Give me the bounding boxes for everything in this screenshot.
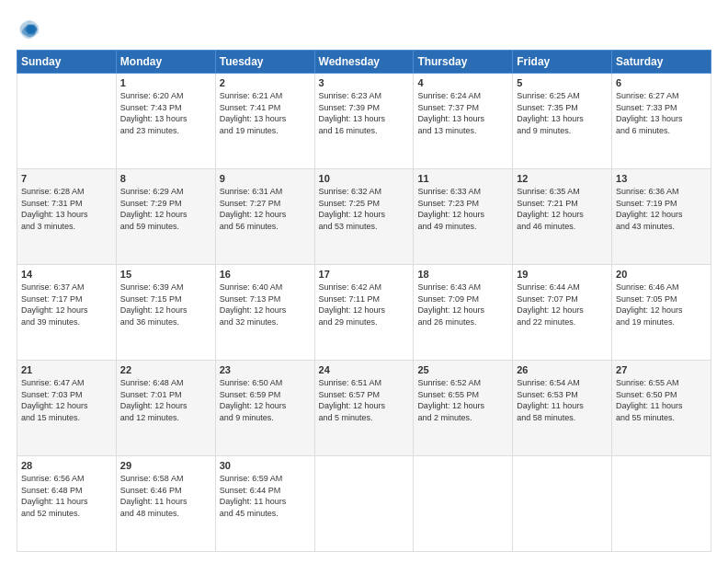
day-info: Sunrise: 6:50 AM Sunset: 6:59 PM Dayligh…: [220, 377, 311, 423]
day-number: 10: [319, 173, 410, 184]
day-info: Sunrise: 6:20 AM Sunset: 7:43 PM Dayligh…: [120, 90, 211, 136]
day-number: 3: [319, 77, 410, 88]
calendar-cell: 30Sunrise: 6:59 AM Sunset: 6:44 PM Dayli…: [215, 456, 314, 552]
calendar-cell: 4Sunrise: 6:24 AM Sunset: 7:37 PM Daylig…: [414, 74, 513, 169]
day-info: Sunrise: 6:31 AM Sunset: 7:27 PM Dayligh…: [220, 186, 311, 232]
page: SundayMondayTuesdayWednesdayThursdayFrid…: [0, 0, 728, 563]
header: [17, 17, 711, 42]
calendar-cell: 9Sunrise: 6:31 AM Sunset: 7:27 PM Daylig…: [215, 169, 314, 265]
day-number: 17: [319, 269, 410, 280]
day-number: 19: [517, 269, 608, 280]
day-info: Sunrise: 6:36 AM Sunset: 7:19 PM Dayligh…: [616, 186, 707, 232]
calendar-cell: 18Sunrise: 6:43 AM Sunset: 7:09 PM Dayli…: [414, 265, 513, 361]
day-number: 28: [21, 460, 112, 471]
day-number: 2: [220, 77, 311, 88]
calendar-cell: 7Sunrise: 6:28 AM Sunset: 7:31 PM Daylig…: [17, 169, 117, 265]
calendar-cell: 27Sunrise: 6:55 AM Sunset: 6:50 PM Dayli…: [612, 361, 711, 456]
calendar-header-row: SundayMondayTuesdayWednesdayThursdayFrid…: [17, 51, 711, 74]
day-number: 22: [120, 364, 211, 375]
day-number: 11: [417, 173, 508, 184]
day-number: 24: [319, 364, 410, 375]
day-info: Sunrise: 6:59 AM Sunset: 6:44 PM Dayligh…: [220, 473, 311, 519]
day-info: Sunrise: 6:37 AM Sunset: 7:17 PM Dayligh…: [21, 282, 112, 327]
calendar-cell: 8Sunrise: 6:29 AM Sunset: 7:29 PM Daylig…: [116, 169, 215, 265]
calendar-day-header: Sunday: [17, 51, 117, 74]
calendar-cell: 28Sunrise: 6:56 AM Sunset: 6:48 PM Dayli…: [17, 456, 117, 552]
calendar-week-row: 7Sunrise: 6:28 AM Sunset: 7:31 PM Daylig…: [17, 169, 711, 265]
day-info: Sunrise: 6:47 AM Sunset: 7:03 PM Dayligh…: [21, 377, 112, 423]
day-info: Sunrise: 6:29 AM Sunset: 7:29 PM Dayligh…: [120, 186, 211, 232]
day-info: Sunrise: 6:32 AM Sunset: 7:25 PM Dayligh…: [319, 186, 410, 232]
day-info: Sunrise: 6:27 AM Sunset: 7:33 PM Dayligh…: [616, 90, 707, 136]
calendar-cell: [17, 74, 117, 169]
calendar-cell: 2Sunrise: 6:21 AM Sunset: 7:41 PM Daylig…: [215, 74, 314, 169]
calendar-cell: 11Sunrise: 6:33 AM Sunset: 7:23 PM Dayli…: [414, 169, 513, 265]
day-number: 27: [616, 364, 707, 375]
calendar-cell: 26Sunrise: 6:54 AM Sunset: 6:53 PM Dayli…: [513, 361, 612, 456]
calendar-cell: [513, 456, 612, 552]
calendar-cell: 17Sunrise: 6:42 AM Sunset: 7:11 PM Dayli…: [314, 265, 414, 361]
day-info: Sunrise: 6:35 AM Sunset: 7:21 PM Dayligh…: [517, 186, 608, 232]
calendar-cell: 15Sunrise: 6:39 AM Sunset: 7:15 PM Dayli…: [116, 265, 215, 361]
calendar-cell: 5Sunrise: 6:25 AM Sunset: 7:35 PM Daylig…: [513, 74, 612, 169]
logo: [17, 17, 46, 42]
calendar-day-header: Thursday: [414, 51, 513, 74]
calendar-cell: 10Sunrise: 6:32 AM Sunset: 7:25 PM Dayli…: [314, 169, 414, 265]
calendar-table: SundayMondayTuesdayWednesdayThursdayFrid…: [17, 50, 711, 552]
day-number: 15: [120, 269, 211, 280]
day-number: 26: [517, 364, 608, 375]
day-info: Sunrise: 6:25 AM Sunset: 7:35 PM Dayligh…: [517, 90, 608, 136]
calendar-cell: 13Sunrise: 6:36 AM Sunset: 7:19 PM Dayli…: [612, 169, 711, 265]
day-info: Sunrise: 6:33 AM Sunset: 7:23 PM Dayligh…: [417, 186, 508, 232]
calendar-cell: 20Sunrise: 6:46 AM Sunset: 7:05 PM Dayli…: [612, 265, 711, 361]
logo-icon: [17, 17, 42, 42]
calendar-cell: 25Sunrise: 6:52 AM Sunset: 6:55 PM Dayli…: [414, 361, 513, 456]
day-number: 5: [517, 77, 608, 88]
day-number: 20: [616, 269, 707, 280]
day-number: 7: [21, 173, 112, 184]
calendar-day-header: Saturday: [612, 51, 711, 74]
day-info: Sunrise: 6:42 AM Sunset: 7:11 PM Dayligh…: [319, 282, 410, 327]
day-number: 18: [417, 269, 508, 280]
day-number: 4: [417, 77, 508, 88]
day-info: Sunrise: 6:52 AM Sunset: 6:55 PM Dayligh…: [417, 377, 508, 423]
day-number: 12: [517, 173, 608, 184]
calendar-cell: 22Sunrise: 6:48 AM Sunset: 7:01 PM Dayli…: [116, 361, 215, 456]
day-number: 13: [616, 173, 707, 184]
calendar-week-row: 1Sunrise: 6:20 AM Sunset: 7:43 PM Daylig…: [17, 74, 711, 169]
calendar-cell: [414, 456, 513, 552]
calendar-week-row: 14Sunrise: 6:37 AM Sunset: 7:17 PM Dayli…: [17, 265, 711, 361]
calendar-week-row: 28Sunrise: 6:56 AM Sunset: 6:48 PM Dayli…: [17, 456, 711, 552]
day-info: Sunrise: 6:51 AM Sunset: 6:57 PM Dayligh…: [319, 377, 410, 423]
day-info: Sunrise: 6:28 AM Sunset: 7:31 PM Dayligh…: [21, 186, 112, 232]
day-info: Sunrise: 6:48 AM Sunset: 7:01 PM Dayligh…: [120, 377, 211, 423]
day-number: 30: [220, 460, 311, 471]
calendar-cell: 16Sunrise: 6:40 AM Sunset: 7:13 PM Dayli…: [215, 265, 314, 361]
calendar-day-header: Monday: [116, 51, 215, 74]
calendar-week-row: 21Sunrise: 6:47 AM Sunset: 7:03 PM Dayli…: [17, 361, 711, 456]
day-number: 16: [220, 269, 311, 280]
calendar-cell: 1Sunrise: 6:20 AM Sunset: 7:43 PM Daylig…: [116, 74, 215, 169]
day-info: Sunrise: 6:54 AM Sunset: 6:53 PM Dayligh…: [517, 377, 608, 423]
day-info: Sunrise: 6:21 AM Sunset: 7:41 PM Dayligh…: [220, 90, 311, 136]
day-info: Sunrise: 6:43 AM Sunset: 7:09 PM Dayligh…: [417, 282, 508, 327]
day-info: Sunrise: 6:58 AM Sunset: 6:46 PM Dayligh…: [120, 473, 211, 519]
calendar-cell: 29Sunrise: 6:58 AM Sunset: 6:46 PM Dayli…: [116, 456, 215, 552]
calendar-day-header: Tuesday: [215, 51, 314, 74]
calendar-cell: 24Sunrise: 6:51 AM Sunset: 6:57 PM Dayli…: [314, 361, 414, 456]
day-info: Sunrise: 6:55 AM Sunset: 6:50 PM Dayligh…: [616, 377, 707, 423]
day-number: 29: [120, 460, 211, 471]
day-number: 6: [616, 77, 707, 88]
calendar-day-header: Friday: [513, 51, 612, 74]
calendar-cell: 14Sunrise: 6:37 AM Sunset: 7:17 PM Dayli…: [17, 265, 117, 361]
calendar-cell: [314, 456, 414, 552]
calendar-cell: [612, 456, 711, 552]
day-number: 23: [220, 364, 311, 375]
day-number: 25: [417, 364, 508, 375]
calendar-cell: 23Sunrise: 6:50 AM Sunset: 6:59 PM Dayli…: [215, 361, 314, 456]
day-info: Sunrise: 6:44 AM Sunset: 7:07 PM Dayligh…: [517, 282, 608, 327]
day-info: Sunrise: 6:56 AM Sunset: 6:48 PM Dayligh…: [21, 473, 112, 519]
calendar-cell: 3Sunrise: 6:23 AM Sunset: 7:39 PM Daylig…: [314, 74, 414, 169]
day-info: Sunrise: 6:40 AM Sunset: 7:13 PM Dayligh…: [220, 282, 311, 327]
day-info: Sunrise: 6:39 AM Sunset: 7:15 PM Dayligh…: [120, 282, 211, 327]
